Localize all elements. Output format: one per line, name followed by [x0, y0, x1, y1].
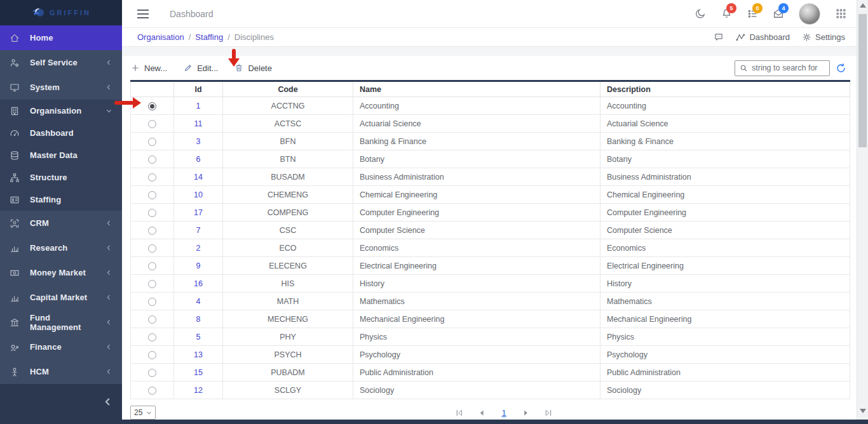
sidebar-item[interactable]: Structure [0, 166, 122, 189]
table-row: 12 SCLGY Sociology Sociology [131, 381, 850, 399]
notifications-bell-icon[interactable]: 5 [721, 8, 732, 20]
breadcrumb-organisation[interactable]: Organisation [137, 32, 184, 42]
row-select-radio[interactable] [148, 191, 156, 199]
row-id-link[interactable]: 6 [196, 155, 201, 164]
row-code: MECHENG [223, 310, 353, 328]
row-name: Economics [353, 239, 600, 257]
sidebar-item[interactable]: Money Market [0, 260, 122, 285]
sidebar-item[interactable]: CRM [0, 211, 122, 235]
row-id-link[interactable]: 13 [194, 350, 203, 359]
settings-button[interactable]: Settings [802, 32, 845, 42]
row-id-link[interactable]: 12 [194, 386, 203, 395]
row-select-radio[interactable] [148, 333, 156, 341]
row-id-link[interactable]: 17 [194, 208, 203, 217]
row-select-radio[interactable] [148, 227, 156, 235]
row-select-radio[interactable] [148, 280, 156, 288]
app-logo[interactable]: GRIFFIN [0, 0, 122, 25]
row-code: ACTSC [223, 115, 353, 133]
row-select-radio[interactable] [148, 156, 156, 164]
tasks-list-icon[interactable]: 0 [747, 8, 758, 20]
menu-toggle-button[interactable] [136, 7, 150, 21]
row-id-link[interactable]: 16 [194, 279, 203, 288]
row-code: PHY [223, 328, 353, 346]
user-avatar[interactable] [799, 3, 820, 25]
sidebar-item[interactable]: Fund Management [0, 310, 122, 335]
row-select-radio[interactable] [148, 387, 156, 395]
column-header-id: Id [174, 81, 223, 97]
sidebar-item-label: Money Market [30, 268, 96, 277]
breadcrumb-staffing[interactable]: Staffing [195, 32, 223, 42]
sidebar-item[interactable]: Home [0, 25, 122, 50]
row-id-link[interactable]: 2 [196, 244, 201, 253]
row-select-radio[interactable] [148, 262, 156, 270]
sidebar-item-icon [10, 58, 20, 68]
sidebar-item[interactable]: Dashboard [0, 122, 122, 144]
row-id-link[interactable]: 1 [196, 102, 201, 110]
row-select-radio[interactable] [148, 138, 156, 146]
messages-mail-icon[interactable]: 4 [773, 8, 784, 20]
table-row: 16 HIS History History [131, 275, 850, 293]
collapse-sidebar-button[interactable] [103, 397, 112, 406]
row-id-link[interactable]: 4 [196, 297, 201, 306]
edit-button[interactable]: Edit... [184, 63, 218, 73]
sidebar-item-chevron [105, 84, 114, 91]
delete-button[interactable]: Delete [234, 63, 272, 73]
row-id-link[interactable]: 10 [194, 190, 203, 199]
row-select-radio[interactable] [148, 173, 156, 182]
page-size-select[interactable]: 25 [130, 406, 156, 420]
row-id-link[interactable]: 7 [196, 226, 201, 235]
row-select-radio[interactable] [148, 120, 156, 128]
sidebar-item[interactable]: Self Service [0, 50, 122, 75]
row-code: CHEMENG [223, 186, 353, 204]
sidebar-item[interactable]: Capital Market [0, 285, 122, 310]
dark-mode-moon-icon[interactable] [695, 8, 706, 20]
comments-button[interactable] [714, 32, 724, 42]
scrollbar-thumb[interactable] [858, 14, 867, 147]
row-description: Computer Science [600, 222, 850, 239]
row-select-radio[interactable] [148, 351, 156, 359]
sidebar-item[interactable]: Master Data [0, 144, 122, 166]
refresh-icon[interactable] [836, 63, 846, 74]
sidebar-item[interactable]: System [0, 75, 122, 100]
sidebar-item[interactable]: HCM [0, 359, 122, 384]
row-select-radio[interactable] [148, 209, 156, 217]
row-name: Psychology [353, 346, 600, 364]
apps-grid-icon[interactable] [835, 8, 846, 20]
table-row: 1 ACCTNG Accounting Accounting [131, 97, 850, 115]
last-page-button[interactable] [545, 409, 553, 417]
topbar-actions: 5 0 4 [695, 3, 846, 25]
next-page-button[interactable] [522, 409, 530, 417]
row-select-radio[interactable] [148, 298, 156, 306]
scroll-down-arrow[interactable] [860, 409, 866, 413]
row-id-link[interactable]: 3 [196, 137, 201, 146]
row-description: Psychology [600, 346, 850, 364]
row-id-link[interactable]: 15 [194, 368, 203, 377]
row-id-link[interactable]: 11 [194, 119, 203, 128]
scroll-up-arrow[interactable] [860, 3, 866, 8]
sidebar-item[interactable]: Organisation [0, 100, 122, 122]
first-page-button[interactable] [455, 409, 463, 417]
row-id-link[interactable]: 5 [196, 333, 201, 341]
sidebar-item[interactable]: Research [0, 235, 122, 260]
search-input[interactable] [752, 63, 825, 72]
quickbar: Dashboard Settings [714, 32, 845, 42]
row-select-radio[interactable] [148, 244, 156, 253]
row-select-radio[interactable] [148, 369, 156, 377]
sidebar-item-label: CRM [30, 218, 96, 228]
row-description: Business Administration [600, 168, 850, 186]
breadcrumb-current: Disciplines [234, 32, 274, 42]
quick-dashboard-button[interactable]: Dashboard [736, 32, 790, 42]
sidebar-item-label: Finance [30, 342, 96, 352]
row-id-link[interactable]: 9 [196, 262, 201, 270]
row-description: Sociology [600, 381, 850, 399]
sidebar-item[interactable]: Finance [0, 335, 122, 359]
row-id-link[interactable]: 8 [196, 315, 201, 324]
new-button[interactable]: New... [131, 63, 167, 73]
row-select-radio[interactable] [148, 315, 156, 324]
table-row: 11 ACTSC Actuarial Science Actuarial Sci… [131, 115, 850, 133]
row-id-link[interactable]: 14 [194, 173, 203, 182]
sidebar-item[interactable]: Staffing [0, 189, 122, 211]
row-select-radio[interactable] [148, 102, 156, 110]
previous-page-button[interactable] [478, 409, 485, 417]
current-page-link[interactable]: 1 [500, 408, 507, 418]
